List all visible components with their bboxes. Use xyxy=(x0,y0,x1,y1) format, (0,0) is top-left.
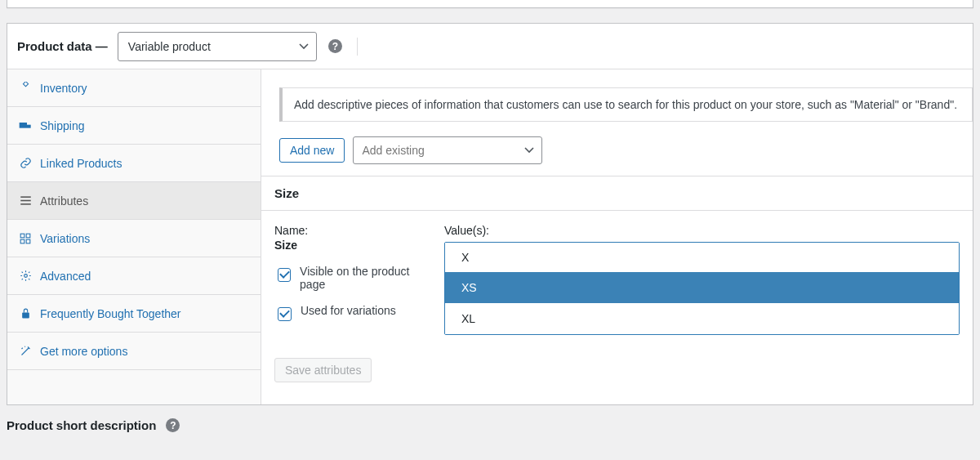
chevron-down-icon xyxy=(299,43,309,50)
used-for-variations-label: Used for variations xyxy=(301,304,396,317)
tab-label: Variations xyxy=(40,232,90,245)
svg-rect-1 xyxy=(20,123,27,128)
separator xyxy=(357,38,358,56)
tab-frequently-bought-together[interactable]: Frequently Bought Together xyxy=(7,295,261,333)
tab-label: Frequently Bought Together xyxy=(40,307,181,320)
attribute-name-label: Name: xyxy=(274,224,430,237)
chevron-down-icon xyxy=(524,147,534,154)
attribute-name-value: Size xyxy=(274,239,430,252)
tab-advanced[interactable]: Advanced xyxy=(7,257,261,295)
product-data-title: Product data — xyxy=(17,39,108,53)
used-for-variations-input[interactable] xyxy=(278,307,292,321)
values-dropdown[interactable]: X XS XL xyxy=(444,242,960,335)
inventory-icon xyxy=(19,82,32,94)
tab-linked-products[interactable]: Linked Products xyxy=(7,145,261,182)
svg-rect-9 xyxy=(26,239,30,243)
svg-rect-6 xyxy=(20,234,24,238)
editor-footer: Word count: 0 xyxy=(7,0,973,8)
product-type-select[interactable]: Variable product xyxy=(118,32,317,61)
short-description-title: Product short description xyxy=(7,418,156,432)
product-type-value: Variable product xyxy=(128,40,211,53)
product-data-tabs: Inventory Shipping Linked Products Attri… xyxy=(7,69,261,404)
attribute-block-size: Size Name: Size Visible on the product p… xyxy=(261,176,973,397)
tab-shipping[interactable]: Shipping xyxy=(7,107,261,145)
svg-rect-0 xyxy=(23,82,28,87)
attribute-actions: Add new Add existing xyxy=(279,136,973,164)
lock-icon xyxy=(19,307,32,319)
list-icon xyxy=(19,195,32,206)
tab-inventory[interactable]: Inventory xyxy=(7,69,261,107)
tab-variations[interactable]: Variations xyxy=(7,220,261,257)
grid-icon xyxy=(19,233,32,244)
add-existing-placeholder: Add existing xyxy=(362,144,424,157)
visible-checkbox[interactable]: Visible on the product page xyxy=(274,265,430,291)
used-for-variations-checkbox[interactable]: Used for variations xyxy=(274,304,430,323)
values-option-xl[interactable]: XL xyxy=(445,303,959,334)
tab-label: Advanced xyxy=(40,270,91,283)
tab-label: Inventory xyxy=(40,82,87,95)
help-icon[interactable]: ? xyxy=(166,418,180,432)
product-data-header: Product data — Variable product ? xyxy=(7,24,973,69)
attribute-right-col: Value(s): X XS XL xyxy=(444,224,960,335)
save-attributes-button: Save attributes xyxy=(274,358,372,382)
attributes-pane: Add descriptive pieces of information th… xyxy=(261,69,973,404)
tab-get-more-options[interactable]: Get more options xyxy=(7,333,261,370)
info-banner: Add descriptive pieces of information th… xyxy=(279,87,973,122)
svg-rect-2 xyxy=(27,124,31,127)
tab-label: Attributes xyxy=(40,194,88,208)
product-data-body: Inventory Shipping Linked Products Attri… xyxy=(7,69,973,404)
gear-icon xyxy=(19,270,32,282)
values-label: Value(s): xyxy=(444,224,960,237)
attribute-body: Name: Size Visible on the product page U… xyxy=(261,211,973,350)
help-icon[interactable]: ? xyxy=(328,39,342,53)
tab-label: Linked Products xyxy=(40,157,122,170)
svg-rect-8 xyxy=(20,239,24,243)
viewport: Word count: 0 Product data — Variable pr… xyxy=(0,0,980,460)
tab-attributes[interactable]: Attributes xyxy=(7,182,261,220)
info-text: Add descriptive pieces of information th… xyxy=(294,98,957,111)
product-data-panel: Product data — Variable product ? Invent… xyxy=(7,23,973,405)
truck-icon xyxy=(19,120,32,132)
attribute-title[interactable]: Size xyxy=(261,176,973,211)
save-row: Save attributes xyxy=(261,350,973,397)
wand-icon xyxy=(19,345,32,357)
attribute-left-col: Name: Size Visible on the product page U… xyxy=(274,224,430,335)
svg-rect-11 xyxy=(22,312,29,318)
add-existing-select[interactable]: Add existing xyxy=(353,136,542,164)
svg-point-10 xyxy=(24,275,27,278)
visible-checkbox-input[interactable] xyxy=(278,268,291,282)
tab-label: Get more options xyxy=(40,345,127,358)
link-icon xyxy=(19,157,32,169)
visible-checkbox-label: Visible on the product page xyxy=(300,265,430,291)
short-description-header: Product short description ? xyxy=(7,418,973,432)
tab-label: Shipping xyxy=(40,119,85,132)
values-search-input[interactable]: X xyxy=(445,243,959,272)
svg-rect-7 xyxy=(26,234,30,238)
add-new-button[interactable]: Add new xyxy=(279,138,345,163)
values-option-xs[interactable]: XS xyxy=(445,272,959,303)
